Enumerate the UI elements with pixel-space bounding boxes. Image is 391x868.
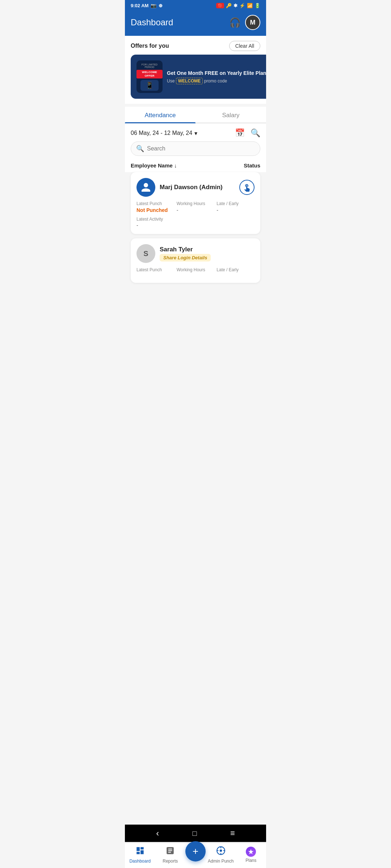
employee-info-2: Sarah Tyler Share Login Details <box>160 246 255 261</box>
offer-heading: Get One Month FREE on Yearly Elite Plan <box>167 70 266 76</box>
working-hours-1: Working Hours - <box>177 201 215 213</box>
video-icon: 📷 <box>151 3 156 8</box>
offer-card-1[interactable]: FOR LIMITED PERIOD WELCOME OFFER 📱 Get O… <box>131 55 266 99</box>
employee-card-1: Marj Dawson (Admin) Latest Punch Not Pun… <box>131 172 260 234</box>
chevron-down-icon: ▾ <box>194 130 197 137</box>
late-early-1: Late / Early - <box>216 201 255 213</box>
user-avatar[interactable]: M <box>245 15 260 30</box>
latest-punch-1: Latest Punch Not Punched <box>136 201 175 213</box>
header-actions: 🎧 M <box>229 15 260 30</box>
list-header: Employee Name ↓ Status <box>131 160 260 172</box>
charging-icon: ⚡ <box>239 3 245 8</box>
welcome-badge: WELCOME OFFER <box>136 70 163 78</box>
card-top-1: Marj Dawson (Admin) <box>136 178 255 197</box>
attendance-section: 06 May, 24 - 12 May, 24 ▾ 📅 🔍 🔍 Employee… <box>125 123 266 172</box>
date-range[interactable]: 06 May, 24 - 12 May, 24 ▾ <box>131 130 197 137</box>
employee-name-1: Marj Dawson (Admin) <box>160 184 235 191</box>
offers-title: Offers for you <box>131 43 169 49</box>
offer-phone-image: FOR LIMITED PERIOD WELCOME OFFER 📱 <box>136 60 163 93</box>
promo-line: Use WELCOME promo code <box>167 78 266 84</box>
search-icon-button[interactable]: 🔍 <box>251 128 260 138</box>
punch-value-1: Not Punched <box>136 207 175 213</box>
tab-salary[interactable]: Salary <box>196 107 266 123</box>
sort-arrow-icon: ↓ <box>174 162 177 169</box>
app-header: Dashboard 🎧 M <box>125 11 266 36</box>
offer-text: Get One Month FREE on Yearly Elite Plan … <box>167 70 266 84</box>
page-title: Dashboard <box>131 17 173 27</box>
calendar-icon-button[interactable]: 📅 <box>235 128 245 138</box>
status-time-area: 9:02 AM 📷 ⊕ <box>131 3 163 8</box>
signal-icon: ⊕ <box>159 3 163 8</box>
avatar-label: M <box>250 19 256 26</box>
card-stats-1: Latest Punch Not Punched Working Hours -… <box>136 201 255 213</box>
employee-name-2: Sarah Tyler <box>160 246 255 253</box>
employee-list: Marj Dawson (Admin) Latest Punch Not Pun… <box>125 172 266 283</box>
date-range-text: 06 May, 24 - 12 May, 24 <box>131 130 192 136</box>
punch-button-1[interactable] <box>239 180 255 195</box>
headset-icon[interactable]: 🎧 <box>229 17 241 28</box>
working-hours-2: Working Hours <box>177 267 215 273</box>
battery-icon: 🔋 <box>255 3 260 8</box>
key-icon: 🔑 <box>226 3 232 8</box>
share-login-badge[interactable]: Share Login Details <box>160 254 211 261</box>
main-content: Offers for you Clear All FOR LIMITED PER… <box>125 36 266 316</box>
late-early-2: Late / Early <box>216 267 255 273</box>
status-icons: 🔴 🔑 ✱ ⚡ 📶 🔋 <box>216 3 260 8</box>
status-bar: 9:02 AM 📷 ⊕ 🔴 🔑 ✱ ⚡ 📶 🔋 <box>125 0 266 11</box>
tabs-container: Attendance Salary <box>125 107 266 123</box>
search-input[interactable] <box>147 145 255 152</box>
search-bar: 🔍 <box>131 141 260 156</box>
employee-card-2: S Sarah Tyler Share Login Details Latest… <box>131 238 260 283</box>
offers-header: Offers for you Clear All <box>125 36 266 55</box>
record-icon: 🔴 <box>216 3 224 8</box>
wifi-icon: 📶 <box>247 3 253 8</box>
date-filter-row: 06 May, 24 - 12 May, 24 ▾ 📅 🔍 <box>131 123 260 141</box>
employee-name-header[interactable]: Employee Name ↓ <box>131 162 177 169</box>
latest-activity-1: Latest Activity - <box>136 217 255 228</box>
tab-attendance[interactable]: Attendance <box>125 107 196 123</box>
clear-all-button[interactable]: Clear All <box>229 41 260 51</box>
card-top-2: S Sarah Tyler Share Login Details <box>136 244 255 263</box>
employee-avatar-2: S <box>136 244 155 263</box>
status-header: Status <box>244 162 260 169</box>
employee-avatar-1 <box>136 178 155 197</box>
search-icon: 🔍 <box>136 145 144 153</box>
promo-code: WELCOME <box>176 78 203 84</box>
bluetooth-icon: ✱ <box>234 3 237 8</box>
latest-punch-2: Latest Punch <box>136 267 175 273</box>
offers-scroll: FOR LIMITED PERIOD WELCOME OFFER 📱 Get O… <box>125 55 266 104</box>
date-actions: 📅 🔍 <box>235 128 260 138</box>
card-stats-2: Latest Punch Working Hours Late / Early <box>136 267 255 273</box>
time-display: 9:02 AM <box>131 3 148 8</box>
